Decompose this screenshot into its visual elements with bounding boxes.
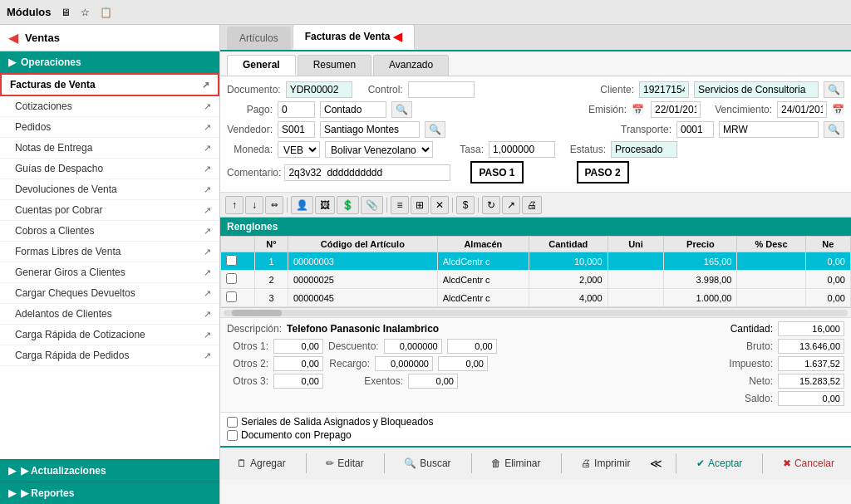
row2-checkbox[interactable] bbox=[221, 271, 255, 289]
transporte-search-button[interactable]: 🔍 bbox=[824, 121, 844, 138]
row3-precio[interactable]: 1.000,00 bbox=[664, 289, 737, 307]
refresh-icon[interactable]: ↻ bbox=[482, 196, 500, 214]
otros1-input[interactable] bbox=[273, 339, 323, 354]
editar-button[interactable]: ✏ Editar bbox=[319, 454, 370, 472]
recargo-pct-input[interactable] bbox=[375, 356, 433, 371]
eliminar-button[interactable]: 🗑 Eliminar bbox=[485, 454, 547, 472]
row3-codigo[interactable]: 00000045 bbox=[288, 289, 437, 307]
vendedor-search-button[interactable]: 🔍 bbox=[425, 121, 445, 138]
table-row[interactable]: 3 00000045 AlcdCentr c 4,000 1.000,00 0,… bbox=[221, 289, 851, 307]
row1-precio[interactable]: 165,00 bbox=[664, 252, 737, 271]
otros2-input[interactable] bbox=[273, 356, 323, 371]
sidebar-operaciones[interactable]: ▶ Operaciones bbox=[0, 51, 219, 73]
buscar-button[interactable]: 🔍 Buscar bbox=[397, 454, 457, 472]
row1-uni-input[interactable] bbox=[613, 256, 638, 267]
row2-cantidad[interactable]: 2,000 bbox=[529, 271, 608, 289]
moneda-name-select[interactable]: Bolivar Venezolano bbox=[325, 141, 433, 158]
sidebar-item-formas-libres[interactable]: Formas Libres de Venta ↗ bbox=[0, 242, 219, 262]
checkbox-row3[interactable] bbox=[226, 291, 237, 302]
row1-uni[interactable] bbox=[608, 252, 664, 271]
emision-input[interactable] bbox=[651, 101, 701, 118]
nav-right-icon[interactable]: ↓ bbox=[245, 196, 263, 214]
image-icon[interactable]: 🖼 bbox=[315, 196, 335, 214]
inner-tab-avanzado[interactable]: Avanzado bbox=[373, 55, 449, 76]
sidebar-actualizaciones[interactable]: ▶ ▶ Actualizaciones bbox=[0, 459, 219, 482]
vendedor-name-input[interactable] bbox=[320, 121, 420, 138]
row2-precio[interactable]: 3.998,00 bbox=[664, 271, 737, 289]
row3-checkbox[interactable] bbox=[221, 289, 255, 307]
documento-input[interactable] bbox=[286, 81, 352, 98]
checkbox-row2[interactable] bbox=[226, 273, 237, 284]
sidebar-item-cotizaciones[interactable]: Cotizaciones ↗ bbox=[0, 96, 219, 117]
row3-ne[interactable]: 0,00 bbox=[805, 289, 850, 307]
bruto-input[interactable] bbox=[778, 339, 844, 354]
sidebar-item-cobros-clientes[interactable]: Cobros a Clientes ↗ bbox=[0, 221, 219, 242]
sidebar-item-notas-entrega[interactable]: Notas de Entrega ↗ bbox=[0, 138, 219, 159]
sidebar-item-adelantos[interactable]: Adelantos de Clientes ↗ bbox=[0, 304, 219, 325]
table-row[interactable]: 2 00000025 AlcdCentr c 2,000 3.998,00 0,… bbox=[221, 271, 851, 289]
expand-icon[interactable]: ≪ bbox=[650, 457, 662, 470]
transporte-name-input[interactable] bbox=[719, 121, 819, 138]
aceptar-button[interactable]: ✔ Aceptar bbox=[690, 454, 749, 472]
nav-left-icon[interactable]: ↑ bbox=[225, 196, 243, 214]
clip-icon[interactable]: 📎 bbox=[361, 196, 383, 214]
export-icon[interactable]: ↗ bbox=[502, 196, 520, 214]
table-row[interactable]: 1 00000003 AlcdCentr c 10,000 165,00 0,0… bbox=[221, 252, 851, 271]
descuento-val-input[interactable] bbox=[447, 339, 497, 354]
row3-cantidad[interactable]: 4,000 bbox=[529, 289, 608, 307]
cliente-name-input[interactable] bbox=[694, 81, 819, 98]
edit-icon[interactable]: 📋 bbox=[100, 7, 112, 18]
sidebar-item-cuentas-cobrar[interactable]: Cuentas por Cobrar ↗ bbox=[0, 200, 219, 221]
pago-search-button[interactable]: 🔍 bbox=[391, 101, 412, 118]
row1-almacen[interactable]: AlcdCentr c bbox=[437, 252, 529, 271]
row1-desc-input[interactable] bbox=[742, 256, 767, 267]
row2-almacen[interactable]: AlcdCentr c bbox=[437, 271, 529, 289]
moneda-select[interactable]: VEB bbox=[278, 141, 320, 158]
sidebar-item-carga-pedidos[interactable]: Carga Rápida de Pedidos ↗ bbox=[0, 345, 219, 366]
estatus-input[interactable] bbox=[611, 141, 677, 158]
pago-input[interactable] bbox=[278, 101, 315, 118]
vendedor-id-input[interactable] bbox=[278, 121, 315, 138]
exentos-input[interactable] bbox=[408, 374, 458, 389]
seriales-checkbox[interactable] bbox=[227, 417, 238, 428]
table-hscroll[interactable] bbox=[220, 307, 851, 317]
row3-desc[interactable] bbox=[737, 289, 805, 307]
descuento-pct-input[interactable] bbox=[384, 339, 442, 354]
arrows-icon[interactable]: ⇔ bbox=[265, 196, 283, 214]
recargo-val-input[interactable] bbox=[438, 356, 488, 371]
transporte-id-input[interactable] bbox=[676, 121, 714, 138]
row2-uni[interactable] bbox=[608, 271, 664, 289]
agregar-button[interactable]: 🗒 Agregar bbox=[230, 454, 293, 472]
impuesto-input[interactable] bbox=[778, 356, 844, 371]
row2-ne[interactable]: 0,00 bbox=[805, 271, 850, 289]
cliente-id-input[interactable] bbox=[639, 81, 689, 98]
sidebar-item-carga-cotizaciones[interactable]: Carga Rápida de Cotizacione ↗ bbox=[0, 325, 219, 345]
row1-codigo[interactable]: 00000003 bbox=[288, 252, 437, 271]
sidebar-item-facturas-venta[interactable]: Facturas de Venta ↗ bbox=[0, 73, 219, 96]
neto-input[interactable] bbox=[778, 374, 844, 389]
monitor-icon[interactable]: 🖥 bbox=[61, 7, 71, 18]
sidebar-item-cargar-cheques[interactable]: Cargar Cheques Devueltos ↗ bbox=[0, 283, 219, 304]
otros3-input[interactable] bbox=[273, 374, 323, 389]
comentario-input[interactable] bbox=[284, 164, 450, 181]
tab-facturas-venta[interactable]: Facturas de Venta ◀ bbox=[293, 25, 416, 50]
row3-uni[interactable] bbox=[608, 289, 664, 307]
sidebar-reportes[interactable]: ▶ ▶ Reportes bbox=[0, 482, 219, 504]
pago-name-input[interactable] bbox=[320, 101, 386, 118]
prepago-checkbox[interactable] bbox=[227, 430, 238, 441]
sidebar-item-devoluciones[interactable]: Devoluciones de Venta ↗ bbox=[0, 179, 219, 200]
dollar-icon[interactable]: 💲 bbox=[337, 196, 359, 214]
row1-ne[interactable]: 0,00 bbox=[805, 252, 850, 271]
vencimiento-input[interactable] bbox=[777, 101, 827, 118]
sidebar-item-generar-giros[interactable]: Generar Giros a Clientes ↗ bbox=[0, 262, 219, 283]
checkbox-row1[interactable] bbox=[226, 255, 237, 266]
row1-checkbox[interactable] bbox=[221, 252, 255, 271]
control-input[interactable] bbox=[408, 81, 475, 98]
inner-tab-resumen[interactable]: Resumen bbox=[298, 55, 371, 76]
desc-cantidad-input[interactable] bbox=[778, 321, 844, 336]
saldo-input[interactable] bbox=[778, 391, 844, 406]
star-icon[interactable]: ☆ bbox=[81, 7, 90, 18]
sidebar-item-pedidos[interactable]: Pedidos ↗ bbox=[0, 117, 219, 138]
row2-codigo[interactable]: 00000025 bbox=[288, 271, 437, 289]
row1-desc[interactable] bbox=[737, 252, 805, 271]
